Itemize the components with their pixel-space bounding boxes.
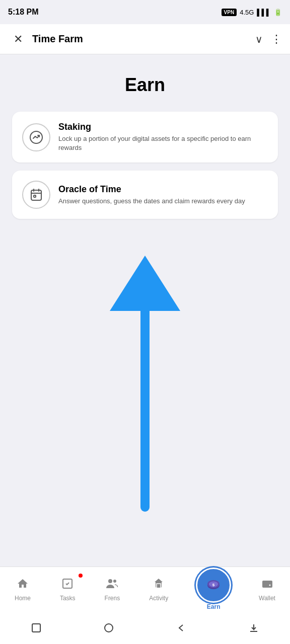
app-title: Time Farm (28, 33, 255, 45)
bottom-nav: Home Tasks Frens (0, 567, 290, 612)
staking-card-text: Staking Lock up a portion of your digita… (58, 122, 268, 152)
oracle-title: Oracle of Time (58, 184, 245, 195)
nav-item-earn[interactable]: $ Earn (191, 565, 236, 614)
svg-point-9 (108, 579, 112, 583)
battery-icon: 🔋 (274, 9, 282, 16)
wallet-icon (261, 578, 273, 593)
oracle-card-text: Oracle of Time Answer questions, guess t… (58, 184, 245, 206)
oracle-icon (22, 181, 50, 209)
oracle-description: Answer questions, guess the dates and cl… (58, 197, 245, 206)
staking-card[interactable]: Staking Lock up a portion of your digita… (12, 112, 278, 163)
svg-rect-5 (34, 195, 36, 197)
signal-indicator: 4.5G (240, 9, 254, 16)
status-icons: VPN 4.5G ▌▌▌ 🔋 (222, 9, 282, 16)
activity-label: Activity (149, 595, 168, 602)
status-bar: 5:18 PM VPN 4.5G ▌▌▌ 🔋 (0, 0, 290, 24)
svg-point-10 (113, 580, 116, 583)
svg-rect-16 (262, 581, 272, 588)
activity-icon (153, 578, 165, 593)
tasks-icon (61, 578, 74, 593)
app-bar-actions: ∨ ⋮ (255, 33, 282, 46)
close-button[interactable]: ✕ (8, 33, 28, 46)
status-time: 5:18 PM (8, 8, 38, 17)
page-title: Earn (12, 74, 278, 96)
home-label: Home (15, 595, 31, 602)
svg-rect-18 (32, 624, 40, 632)
nav-item-frens[interactable]: Frens (99, 574, 126, 606)
wallet-label: Wallet (259, 595, 275, 602)
svg-point-17 (269, 584, 270, 586)
system-download-button[interactable] (244, 618, 264, 638)
vpn-indicator: VPN (222, 9, 237, 16)
more-options-button[interactable]: ⋮ (271, 33, 282, 46)
system-nav-bar (0, 612, 290, 644)
nav-item-activity[interactable]: Activity (143, 574, 174, 606)
staking-description: Lock up a portion of your digital assets… (58, 134, 268, 152)
main-content: Earn Staking Lock up a portion of your d… (0, 54, 290, 567)
staking-icon (22, 123, 50, 151)
svg-text:$: $ (212, 583, 215, 587)
frens-label: Frens (105, 595, 120, 602)
system-back-button[interactable] (171, 618, 191, 638)
earn-label: Earn (207, 603, 221, 610)
system-home-button[interactable] (99, 618, 119, 638)
nav-item-home[interactable]: Home (9, 574, 37, 606)
oracle-card[interactable]: Oracle of Time Answer questions, guess t… (12, 171, 278, 219)
nav-item-tasks[interactable]: Tasks (54, 574, 82, 606)
tasks-label: Tasks (60, 595, 76, 602)
home-icon (17, 578, 29, 593)
frens-icon (106, 578, 119, 593)
system-square-button[interactable] (26, 618, 46, 638)
nav-item-wallet[interactable]: Wallet (253, 574, 281, 606)
signal-bars-icon: ▌▌▌ (257, 9, 271, 16)
app-bar: ✕ Time Farm ∨ ⋮ (0, 24, 290, 54)
earn-circle: $ (197, 569, 230, 601)
staking-title: Staking (58, 122, 268, 132)
chevron-down-icon[interactable]: ∨ (255, 33, 263, 45)
svg-point-19 (105, 624, 113, 632)
svg-rect-1 (31, 190, 41, 200)
